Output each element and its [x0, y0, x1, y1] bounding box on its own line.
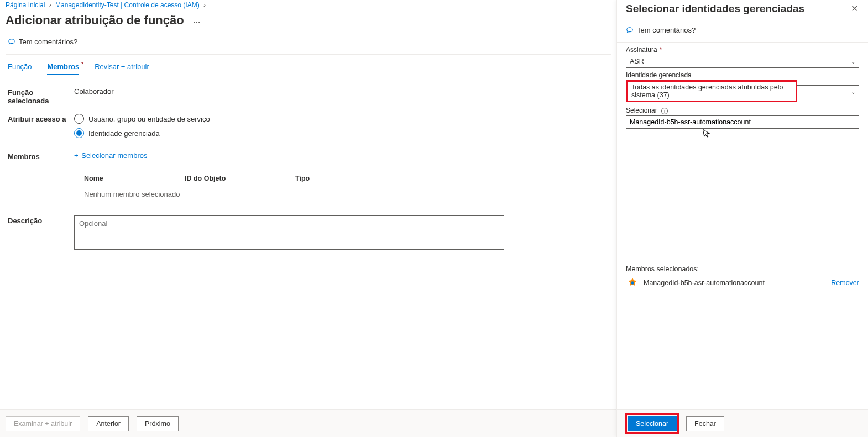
close-button[interactable]: Fechar	[686, 416, 724, 431]
more-actions-icon[interactable]: …	[193, 16, 201, 25]
select-members-link[interactable]: + Selecionar membros	[74, 151, 147, 160]
radio-unchecked-icon	[74, 114, 84, 124]
next-button[interactable]: Próximo	[137, 416, 179, 431]
tab-review[interactable]: Revisar + atribuir	[95, 62, 149, 75]
radio-identity-label: Identidade gerenciada	[88, 129, 160, 138]
review-assign-button[interactable]: Examinar + atribuir	[6, 416, 80, 431]
col-header-id: ID do Objeto	[185, 175, 295, 182]
radio-user-label: Usuário, grupo ou entidade de serviço	[88, 115, 210, 123]
members-label: Membros	[8, 151, 74, 161]
breadcrumb: Página Inicial › ManagedIdentity-Test | …	[6, 0, 611, 11]
col-header-name: Nome	[74, 175, 185, 182]
side-panel-feedback-link[interactable]: Tem comentários?	[617, 20, 868, 42]
subscription-select[interactable]: ASR ⌄	[626, 55, 859, 68]
select-label: Selecionar i	[626, 107, 859, 114]
page-title: Adicionar atribuição de função …	[6, 13, 611, 28]
tab-members-label: Membros	[47, 62, 79, 71]
page-title-text: Adicionar atribuição de função	[6, 13, 184, 28]
select-members-text: Selecionar membros	[81, 151, 147, 160]
identity-value-highlighted: Todas as identidades gerenciadas atribuí…	[628, 82, 795, 100]
svg-point-0	[631, 281, 634, 285]
plus-icon: +	[74, 151, 79, 160]
selected-member-name: ManagedId-b5h-asr-automationaccount	[644, 279, 765, 287]
tabs: Função Membros * Revisar + atribuir	[6, 55, 611, 75]
breadcrumb-iam[interactable]: Controle de acesso (IAM)	[124, 1, 200, 9]
radio-identity-option[interactable]: Identidade gerenciada	[74, 128, 609, 138]
assign-access-label: Atribuir acesso a	[8, 114, 74, 143]
radio-checked-icon	[74, 128, 84, 138]
feedback-icon	[8, 38, 15, 46]
divider	[617, 42, 868, 43]
previous-button[interactable]: Anterior	[88, 416, 129, 431]
chevron-right-icon: ›	[203, 1, 206, 9]
members-empty-message: Nenhum membro selecionado	[74, 187, 504, 203]
feedback-label: Tem comentários?	[19, 38, 77, 46]
remove-member-link[interactable]: Remover	[831, 279, 859, 287]
select-search-input[interactable]	[626, 115, 859, 129]
chevron-right-icon: ›	[49, 1, 51, 9]
selected-role-label: Função selecionada	[8, 87, 74, 105]
highlight-annotation: Selecionar	[625, 413, 679, 434]
highlight-annotation: Todas as identidades gerenciadas atribuí…	[626, 80, 797, 102]
members-table: Nome ID do Objeto Tipo Nenhum membro sel…	[74, 170, 504, 203]
side-panel-footer: Selecionar Fechar	[617, 409, 868, 437]
chevron-down-icon: ⌄	[851, 89, 855, 95]
feedback-icon	[626, 27, 634, 34]
side-panel: Selecionar identidades gerenciadas ✕ Tem…	[616, 0, 868, 437]
side-panel-title: Selecionar identidades gerenciadas	[626, 3, 804, 15]
info-icon[interactable]: i	[661, 108, 668, 114]
breadcrumb-home[interactable]: Página Inicial	[6, 1, 45, 9]
selected-members-label: Membros selecionados:	[626, 265, 859, 273]
side-panel-feedback-label: Tem comentários?	[637, 26, 696, 34]
selected-member-item: ManagedId-b5h-asr-automationaccount	[626, 276, 765, 289]
description-label: Descrição	[8, 215, 74, 251]
identity-label: Identidade gerenciada	[626, 71, 859, 79]
selected-role-value: Colaborador	[74, 87, 609, 105]
select-button[interactable]: Selecionar	[628, 416, 677, 431]
bottom-bar: Examinar + atribuir Anterior Próximo	[0, 409, 616, 437]
radio-user-option[interactable]: Usuário, grupo ou entidade de serviço	[74, 114, 609, 124]
tab-role[interactable]: Função	[8, 62, 32, 75]
close-icon[interactable]: ✕	[849, 1, 860, 16]
identity-select[interactable]: ⌄	[797, 85, 859, 98]
subscription-value: ASR	[630, 57, 644, 65]
subscription-label: Assinatura*	[626, 46, 859, 54]
tab-members[interactable]: Membros *	[47, 62, 79, 75]
description-input[interactable]	[74, 215, 504, 250]
chevron-down-icon: ⌄	[851, 59, 855, 65]
col-header-type: Tipo	[295, 175, 504, 182]
breadcrumb-resource[interactable]: ManagedIdentity-Test	[55, 1, 119, 9]
resource-icon	[626, 276, 639, 289]
required-indicator-icon: *	[81, 61, 83, 67]
feedback-link[interactable]: Tem comentários?	[6, 31, 77, 54]
